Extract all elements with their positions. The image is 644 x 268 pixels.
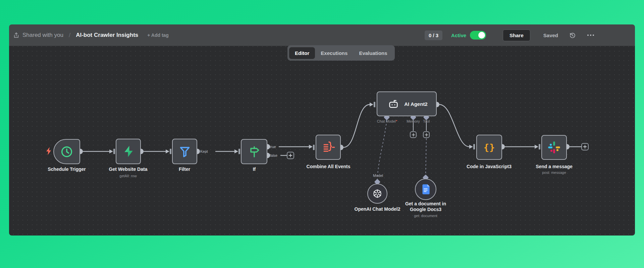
node-ai-agent[interactable]: AI Agent2 [377, 91, 437, 116]
node-subtitle: get: document [414, 214, 437, 218]
history-icon[interactable] [569, 32, 576, 39]
view-tabs: Editor Executions Evaluations [287, 45, 395, 61]
agent-node-content: AI Agent2 [386, 98, 427, 110]
node-label: Get a document in Google Docs3 [399, 201, 452, 212]
curly-braces-icon: {} [481, 140, 498, 155]
funnel-icon [178, 145, 192, 158]
tab-evaluations[interactable]: Evaluations [353, 47, 393, 59]
node-label: If [253, 166, 256, 172]
node-openai-chat-model[interactable] [367, 184, 387, 204]
node-google-docs[interactable] [415, 179, 436, 200]
connection-label-true: true [270, 145, 276, 149]
google-docs-icon [420, 184, 431, 195]
add-node-button-end[interactable] [581, 143, 589, 150]
clock-icon [60, 145, 73, 158]
plus-icon [288, 153, 292, 157]
signpost-icon [248, 145, 261, 158]
openai-icon [372, 188, 383, 199]
workflow-title[interactable]: AI-bot Crawler Insights [76, 32, 138, 39]
node-label: Filter [179, 166, 190, 172]
port-label-chat-model: Chat Model* [377, 119, 397, 123]
add-tool-button[interactable] [423, 131, 430, 138]
agent-node-title: AI Agent2 [404, 101, 427, 107]
add-node-button-false-branch[interactable] [287, 152, 294, 159]
workflow-topbar: Shared with you / AI-bot Crawler Insight… [9, 24, 635, 46]
active-toggle[interactable] [470, 31, 486, 40]
connection-label-kept: Kept [200, 149, 208, 153]
node-send-message-slack[interactable] [541, 135, 567, 160]
robot-icon [388, 98, 399, 110]
add-memory-button[interactable] [410, 131, 417, 138]
plus-icon [583, 145, 587, 149]
trigger-lightning-icon [45, 147, 53, 155]
share-button[interactable]: Share [503, 29, 530, 41]
active-label: Active [451, 32, 466, 38]
breadcrumb-separator: / [69, 31, 70, 39]
node-subtitle: getAll: row [119, 174, 137, 178]
toggle-knob [478, 32, 485, 39]
node-label: Get Website Data [109, 166, 148, 172]
node-combine-all-events[interactable] [316, 135, 341, 160]
aggregate-icon [321, 140, 335, 154]
more-options-icon[interactable] [587, 34, 595, 37]
node-filter[interactable] [172, 139, 197, 164]
node-label: Send a message [536, 164, 573, 169]
required-marker: * [396, 119, 397, 123]
topbar-actions: 0 / 3 Active Share Saved [425, 29, 595, 41]
node-label: Combine All Events [307, 164, 351, 169]
connection-label-false: false [270, 153, 277, 157]
node-label: Code in JavaScript3 [467, 164, 512, 169]
slack-icon [547, 141, 561, 154]
add-tag-button[interactable]: + Add tag [147, 32, 169, 38]
node-subtitle: post: message [542, 171, 566, 175]
plus-icon [425, 133, 428, 137]
node-code-javascript[interactable]: {} [476, 135, 502, 160]
executions-counter-badge[interactable]: 0 / 3 [425, 30, 442, 40]
breadcrumb-shared[interactable]: Shared with you [22, 32, 63, 39]
plus-icon [412, 133, 415, 137]
node-label: OpenAI Chat Model2 [355, 206, 400, 212]
tab-executions[interactable]: Executions [315, 47, 353, 59]
supabase-bolt-icon [122, 145, 135, 158]
svg-text:{}: {} [483, 142, 495, 152]
node-if[interactable] [241, 139, 267, 164]
node-schedule-trigger[interactable] [53, 139, 80, 164]
tab-editor[interactable]: Editor [289, 47, 315, 59]
port-label-tool: Tool [423, 119, 430, 123]
model-port-label: Model [373, 174, 383, 178]
node-label: Schedule Trigger [48, 166, 86, 172]
app-background: Shared with you / AI-bot Crawler Insight… [0, 0, 644, 268]
save-status: Saved [543, 32, 558, 38]
node-get-website-data[interactable] [116, 139, 141, 164]
port-label-memory: Memory [407, 119, 420, 123]
share-upload-icon [13, 32, 19, 39]
